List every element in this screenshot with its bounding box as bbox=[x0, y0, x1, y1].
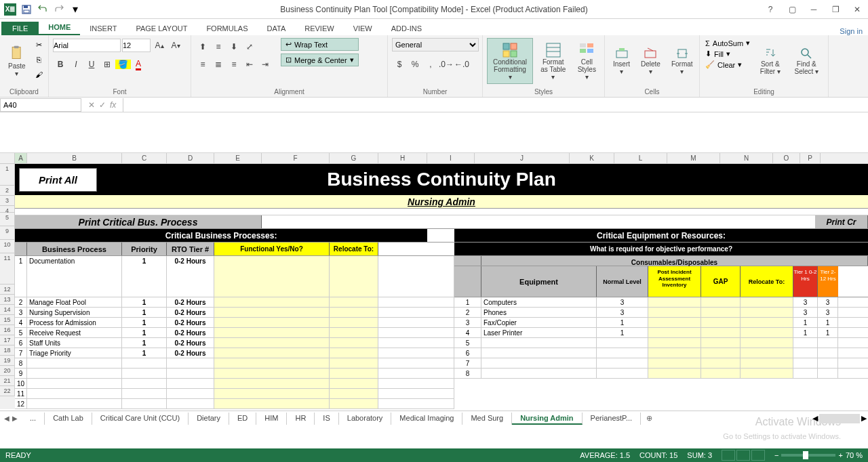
process-row[interactable]: 4 Process for Admission 1 0-2 Hours bbox=[15, 318, 454, 328]
align-middle-icon[interactable]: ≡ bbox=[211, 39, 226, 54]
paste-button[interactable]: Paste ▾ bbox=[4, 38, 30, 84]
cell-styles-button[interactable]: Cell Styles ▾ bbox=[574, 38, 600, 84]
process-row[interactable]: 10 bbox=[15, 379, 454, 389]
process-row[interactable]: 1 Documentation 1 0-2 Hours bbox=[15, 256, 454, 297]
print-all-button[interactable]: Print All bbox=[19, 168, 97, 192]
col-header[interactable]: M bbox=[667, 153, 720, 163]
increase-decimal-icon[interactable]: .0→ bbox=[439, 57, 454, 72]
col-header[interactable]: B bbox=[27, 153, 122, 163]
col-header[interactable]: K bbox=[570, 153, 614, 163]
increase-indent-icon[interactable]: ⇥ bbox=[258, 57, 273, 72]
sheet-tab[interactable]: Medical Imaging bbox=[391, 413, 462, 425]
equipment-row[interactable]: 6 bbox=[454, 348, 868, 358]
sheet-tab[interactable]: HR bbox=[287, 413, 315, 425]
equipment-row[interactable]: 8 bbox=[454, 369, 868, 379]
view-page-break-icon[interactable] bbox=[751, 450, 765, 461]
sheet-tab[interactable]: HIM bbox=[256, 413, 287, 425]
scroll-right-icon[interactable]: ▶ bbox=[861, 414, 867, 423]
col-header[interactable]: F bbox=[262, 153, 330, 163]
equipment-row[interactable]: 7 bbox=[454, 358, 868, 369]
tab-review[interactable]: REVIEW bbox=[295, 22, 343, 35]
zoom-level[interactable]: 70 % bbox=[846, 451, 863, 459]
process-row[interactable]: 11 bbox=[15, 389, 454, 399]
tab-nav-prev-icon[interactable]: ◀ bbox=[4, 415, 9, 422]
sheet-tab[interactable]: Dietary bbox=[189, 413, 229, 425]
col-header[interactable]: L bbox=[614, 153, 667, 163]
equipment-row[interactable]: 5 bbox=[454, 338, 868, 348]
col-header[interactable]: J bbox=[475, 153, 570, 163]
equipment-row[interactable]: 2Phones333 bbox=[454, 308, 868, 318]
align-top-icon[interactable]: ⬆ bbox=[195, 39, 210, 54]
excel-icon[interactable]: X≣ bbox=[3, 2, 18, 17]
grid[interactable]: Print All Business Continuity Plan Nursi… bbox=[15, 164, 868, 409]
zoom-slider[interactable] bbox=[781, 454, 835, 457]
insert-cells-button[interactable]: Insert▾ bbox=[609, 38, 634, 84]
align-bottom-icon[interactable]: ⬇ bbox=[226, 39, 241, 54]
view-page-layout-icon[interactable] bbox=[736, 450, 750, 461]
bold-button[interactable]: B bbox=[53, 57, 68, 72]
decrease-font-icon[interactable]: A▾ bbox=[168, 38, 183, 53]
col-header[interactable]: N bbox=[720, 153, 773, 163]
view-normal-icon[interactable] bbox=[722, 450, 735, 461]
col-header[interactable]: E bbox=[214, 153, 262, 163]
process-row[interactable]: 3 Nursing Supervision 1 0-2 Hours bbox=[15, 308, 454, 318]
underline-button[interactable]: U bbox=[84, 57, 99, 72]
process-row[interactable]: 9 bbox=[15, 369, 454, 379]
find-select-button[interactable]: Find & Select ▾ bbox=[789, 38, 824, 84]
sort-filter-button[interactable]: Sort & Filter ▾ bbox=[754, 38, 787, 84]
maximize-icon[interactable]: ❐ bbox=[827, 3, 844, 16]
align-right-icon[interactable]: ≡ bbox=[226, 57, 241, 72]
sheet-tab[interactable]: IS bbox=[315, 413, 338, 425]
ribbon-toggle-icon[interactable]: ▢ bbox=[784, 3, 800, 16]
new-sheet-button[interactable]: ⊕ bbox=[641, 413, 658, 424]
comma-format-icon[interactable]: , bbox=[423, 57, 438, 72]
col-header[interactable]: I bbox=[427, 153, 475, 163]
process-row[interactable]: 7 Triage Priority 1 0-2 Hours bbox=[15, 348, 454, 358]
col-header[interactable]: D bbox=[167, 153, 214, 163]
cut-icon[interactable]: ✂ bbox=[33, 38, 46, 51]
zoom-in-icon[interactable]: + bbox=[838, 451, 842, 459]
equipment-row[interactable]: 4Laser Printer111 bbox=[454, 328, 868, 338]
sign-in-link[interactable]: Sign in bbox=[840, 27, 863, 35]
sheet-tab[interactable]: Laboratory bbox=[339, 413, 392, 425]
delete-cells-button[interactable]: Delete▾ bbox=[637, 38, 665, 84]
process-row[interactable]: 5 Receive Request 1 0-2 Hours bbox=[15, 328, 454, 338]
col-header[interactable]: P bbox=[800, 153, 821, 163]
sheet-tab[interactable]: Med Surg bbox=[462, 413, 512, 425]
process-row[interactable]: 6 Staff Units 1 0-2 Hours bbox=[15, 338, 454, 348]
sheet-tab[interactable]: ED bbox=[229, 413, 256, 425]
redo-icon[interactable] bbox=[52, 2, 66, 17]
font-color-button[interactable]: A bbox=[131, 57, 146, 72]
tab-formulas[interactable]: FORMULAS bbox=[197, 22, 257, 35]
sheet-tab[interactable]: Cath Lab bbox=[45, 413, 92, 425]
zoom-out-icon[interactable]: − bbox=[774, 451, 778, 459]
equipment-row[interactable]: 3Fax/Copier111 bbox=[454, 318, 868, 328]
conditional-formatting-button[interactable]: Conditional Formatting ▾ bbox=[487, 38, 533, 84]
increase-font-icon[interactable]: A▴ bbox=[152, 38, 167, 53]
tab-view[interactable]: VIEW bbox=[344, 22, 382, 35]
col-header[interactable]: C bbox=[122, 153, 167, 163]
accounting-format-icon[interactable]: $ bbox=[392, 57, 407, 72]
equipment-row[interactable]: 1Computers333 bbox=[454, 297, 868, 308]
align-center-icon[interactable]: ≣ bbox=[211, 57, 226, 72]
help-icon[interactable]: ? bbox=[762, 3, 778, 16]
formula-input[interactable] bbox=[123, 98, 868, 112]
undo-icon[interactable] bbox=[35, 2, 50, 17]
minimize-icon[interactable]: ─ bbox=[806, 3, 822, 16]
close-icon[interactable]: ✕ bbox=[849, 3, 865, 16]
scroll-left-icon[interactable]: ◀ bbox=[812, 414, 818, 423]
col-header[interactable]: A bbox=[15, 153, 27, 163]
process-row[interactable]: 8 bbox=[15, 358, 454, 369]
tab-home[interactable]: HOME bbox=[39, 20, 80, 35]
format-as-table-button[interactable]: Format as Table ▾ bbox=[536, 38, 571, 84]
tab-data[interactable]: DATA bbox=[258, 22, 296, 35]
save-icon[interactable] bbox=[19, 2, 34, 17]
align-left-icon[interactable]: ≡ bbox=[195, 57, 210, 72]
tab-page-layout[interactable]: PAGE LAYOUT bbox=[126, 22, 197, 35]
autosum-button[interactable]: Σ AutoSum ▾ bbox=[704, 38, 751, 48]
select-all-corner[interactable] bbox=[0, 153, 15, 163]
qat-dropdown-icon[interactable]: ▾ bbox=[68, 2, 83, 17]
fill-color-button[interactable]: 🪣 bbox=[115, 57, 130, 72]
tab-insert[interactable]: INSERT bbox=[80, 22, 126, 35]
fill-button[interactable]: ⬇ Fill ▾ bbox=[704, 49, 751, 59]
